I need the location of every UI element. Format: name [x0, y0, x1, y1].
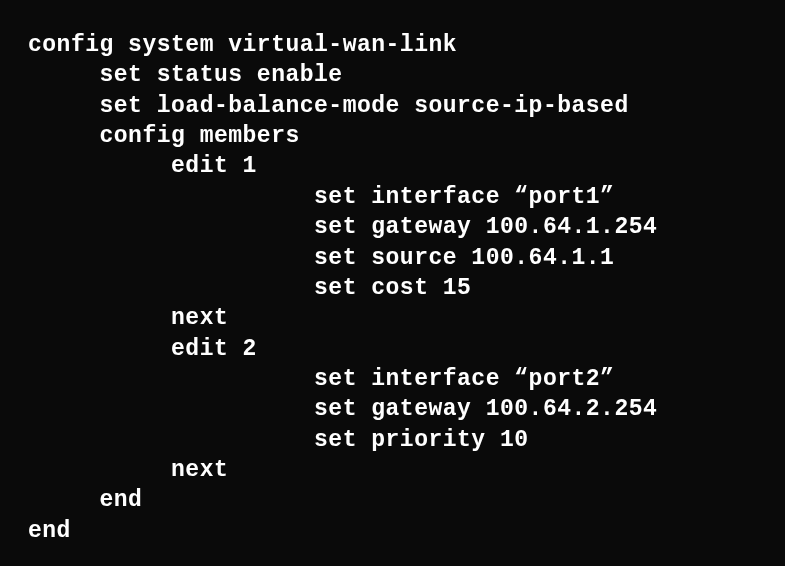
- config-line: config members: [28, 121, 757, 151]
- config-line: set status enable: [28, 60, 757, 90]
- config-line: edit 1: [28, 151, 757, 181]
- config-line: set gateway 100.64.2.254: [28, 394, 757, 424]
- terminal-output: config system virtual-wan-link set statu…: [28, 30, 757, 546]
- config-line: next: [28, 455, 757, 485]
- config-line: set cost 15: [28, 273, 757, 303]
- config-line: set priority 10: [28, 425, 757, 455]
- config-line: set interface “port1”: [28, 182, 757, 212]
- config-line: set source 100.64.1.1: [28, 243, 757, 273]
- config-line: next: [28, 303, 757, 333]
- config-line: set gateway 100.64.1.254: [28, 212, 757, 242]
- config-line: edit 2: [28, 334, 757, 364]
- config-line: end: [28, 485, 757, 515]
- config-line: end: [28, 516, 757, 546]
- config-line: config system virtual-wan-link: [28, 30, 757, 60]
- config-line: set interface “port2”: [28, 364, 757, 394]
- config-line: set load-balance-mode source-ip-based: [28, 91, 757, 121]
